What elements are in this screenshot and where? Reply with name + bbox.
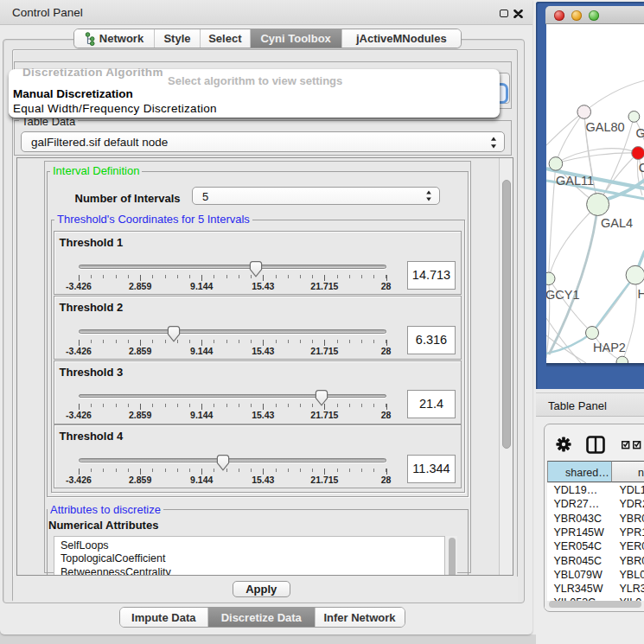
svg-text:GA: GA (635, 126, 644, 140)
svg-text:GAL80: GAL80 (585, 120, 624, 134)
svg-text:HAP2: HAP2 (593, 341, 626, 354)
svg-text:GCY1: GCY1 (546, 288, 580, 302)
svg-text:H: H (637, 287, 644, 301)
svg-text:GAL4: GAL4 (601, 216, 633, 230)
svg-text:C: C (638, 161, 644, 175)
svg-text:GAL11: GAL11 (556, 174, 594, 188)
